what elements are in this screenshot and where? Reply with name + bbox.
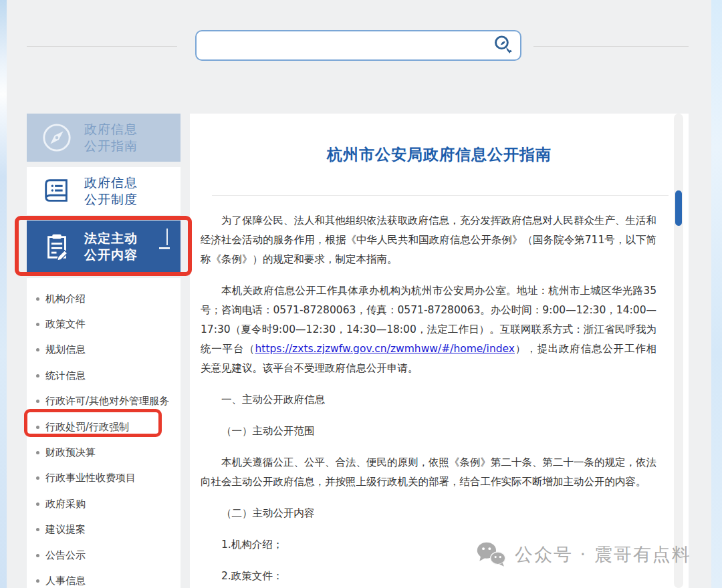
- sidebar-item-label: 政策文件: [45, 318, 86, 331]
- section-heading-1-2: （二）主动公开内容: [201, 504, 656, 523]
- list-item-1-org-intro: 1.机构介绍；: [201, 535, 656, 555]
- sidebar-item-org-intro[interactable]: 机构介绍: [27, 286, 180, 311]
- content-scrollbar-track[interactable]: [674, 114, 683, 588]
- paragraph-purpose: 为了保障公民、法人和其他组织依法获取政府信息，充分发挥政府信息对人民群众生产、生…: [201, 211, 656, 269]
- bullet-icon: [36, 528, 39, 531]
- book-rules-icon: [41, 176, 72, 206]
- sidebar-item-fiscal-budget[interactable]: 财政预决算: [27, 440, 180, 465]
- bullet-icon: [36, 348, 39, 351]
- platform-link[interactable]: https://zxts.zjzwfw.gov.cn/zwmhww/#/home…: [255, 343, 515, 355]
- clipboard-pencil-icon: [41, 231, 72, 262]
- bullet-icon: [36, 426, 39, 429]
- sidebar-item-admin-fees[interactable]: 行政事业性收费项目: [27, 466, 180, 491]
- sidebar-item-label: 人事信息: [45, 575, 86, 587]
- sidebar-card-statutory-active[interactable]: 法定主动 公开内容: [27, 220, 180, 273]
- bullet-icon: [36, 476, 39, 480]
- page-title: 杭州市公安局政府信息公开指南: [190, 144, 689, 165]
- sidebar: 政府信息 公开指南 政府信息 公开制度: [27, 114, 180, 588]
- page-right-gradient: [711, 0, 722, 588]
- sidebar-menu-list: 机构介绍 政策文件 规划信息 统计信息 行政许可/其他对外管理服务 行政处罚/行…: [27, 278, 180, 588]
- sidebar-item-proposals[interactable]: 建议提案: [27, 517, 180, 543]
- sidebar-item-label: 行政处罚/行政强制: [45, 421, 129, 434]
- header-divider-right: [533, 46, 689, 47]
- sidebar-item-admin-penalties[interactable]: 行政处罚/行政强制: [27, 414, 180, 440]
- sidebar-item-admin-permits[interactable]: 行政许可/其他对外管理服务: [27, 389, 180, 414]
- search-button[interactable]: [487, 31, 520, 59]
- sidebar-item-planning-info[interactable]: 规划信息: [27, 337, 180, 363]
- magnifier-icon: [492, 34, 515, 57]
- sidebar-item-label: 建议提案: [45, 523, 86, 536]
- sidebar-item-label: 财政预决算: [45, 446, 96, 459]
- sidebar-item-gov-procurement[interactable]: 政府采购: [27, 491, 180, 517]
- sidebar-card-guide-label-line2: 公开指南: [84, 138, 138, 154]
- bullet-icon: [36, 502, 39, 506]
- bullet-icon: [36, 579, 39, 583]
- sidebar-item-label: 公告公示: [45, 549, 86, 562]
- section-heading-1-1: （一）主动公开范围: [201, 422, 656, 441]
- bullet-icon: [36, 400, 39, 403]
- section-heading-1: 一、主动公开政府信息: [201, 390, 656, 410]
- document-body: 为了保障公民、法人和其他组织依法获取政府信息，充分发挥政府信息对人民群众生产、生…: [190, 196, 689, 586]
- bullet-icon: [36, 323, 39, 326]
- sidebar-item-label: 行政事业性收费项目: [45, 472, 136, 484]
- compass-icon: [41, 122, 72, 153]
- content-scrollbar-thumb[interactable]: [675, 190, 682, 226]
- sidebar-item-personnel-info[interactable]: 人事信息: [27, 568, 180, 588]
- sidebar-item-label: 统计信息: [45, 370, 86, 382]
- list-item-2-policy-docs: 2.政策文件：: [201, 567, 656, 586]
- text-cursor-artifact-horizontal: [159, 247, 170, 249]
- page-left-gradient: [0, 0, 7, 588]
- header-divider-left: [27, 46, 177, 47]
- search-input[interactable]: [197, 31, 487, 59]
- sidebar-card-system[interactable]: 政府信息 公开制度: [27, 167, 180, 215]
- sidebar-item-label: 机构介绍: [45, 293, 86, 305]
- sidebar-card-system-label-line1: 政府信息: [84, 174, 138, 191]
- bullet-icon: [36, 451, 39, 454]
- main-content-panel: 杭州市公安局政府信息公开指南 为了保障公民、法人和其他组织依法获取政府信息，充分…: [190, 114, 689, 588]
- sidebar-card-statutory-label-line2: 公开内容: [84, 247, 138, 263]
- sidebar-card-guide-label-line1: 政府信息: [84, 121, 138, 138]
- bullet-icon: [36, 374, 39, 378]
- bullet-icon: [36, 554, 39, 557]
- text-cursor-artifact-vertical: [166, 229, 168, 245]
- paragraph-scope: 本机关遵循公正、公平、合法、便民的原则，依照《条例》第二十条、第二十一条的规定，…: [201, 453, 656, 492]
- paragraph-contact: 本机关政府信息公开工作具体承办机构为杭州市公安局办公室。地址：杭州市上城区华光路…: [201, 281, 656, 378]
- sidebar-item-announcements[interactable]: 公告公示: [27, 543, 180, 568]
- sidebar-item-label: 规划信息: [45, 343, 86, 356]
- bullet-icon: [36, 297, 39, 301]
- sidebar-card-statutory-label-line1: 法定主动: [84, 230, 138, 247]
- sidebar-item-statistics-info[interactable]: 统计信息: [27, 363, 180, 388]
- sidebar-card-system-label-line2: 公开制度: [84, 191, 138, 208]
- search-box[interactable]: [195, 30, 521, 61]
- sidebar-card-guide[interactable]: 政府信息 公开指南: [27, 114, 180, 162]
- sidebar-item-label: 政府采购: [45, 498, 86, 510]
- sidebar-item-label: 行政许可/其他对外管理服务: [45, 395, 169, 408]
- sidebar-item-policy-docs[interactable]: 政策文件: [27, 311, 180, 337]
